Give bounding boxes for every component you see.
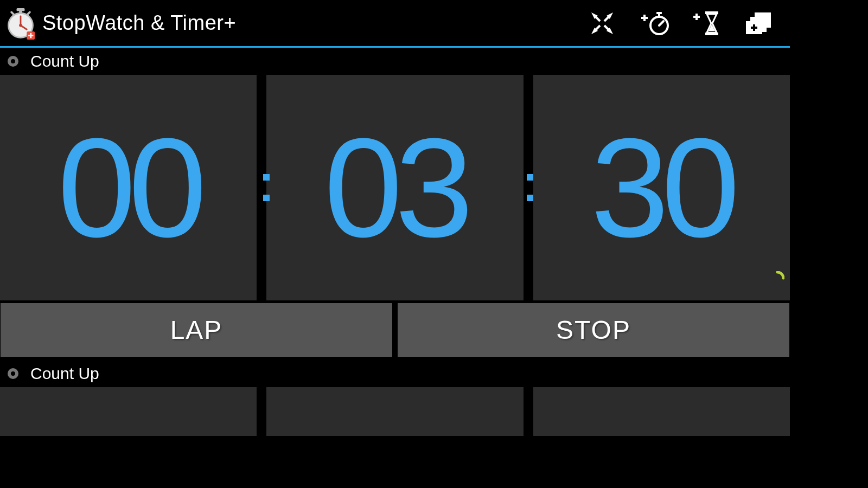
hours-panel[interactable]: 00: [0, 75, 257, 300]
time-display: 00 03 30: [0, 75, 790, 300]
add-panel-button[interactable]: [732, 0, 784, 47]
add-stopwatch-button[interactable]: [628, 0, 680, 47]
time-display: [0, 387, 790, 436]
add-stopwatch-icon: [638, 10, 671, 36]
svg-rect-33: [762, 17, 767, 32]
minutes-panel[interactable]: [266, 387, 523, 436]
svg-line-16: [604, 16, 610, 21]
controls-row: LAP STOP: [0, 300, 790, 357]
hours-panel[interactable]: [0, 387, 257, 436]
action-bar: StopWatch & Timer+: [0, 0, 790, 48]
radio-icon: [8, 368, 18, 379]
seconds-panel[interactable]: [533, 387, 790, 436]
svg-line-24: [659, 21, 663, 25]
svg-rect-10: [28, 35, 33, 36]
svg-rect-31: [767, 12, 771, 28]
timer-header[interactable]: Count Up: [0, 360, 790, 387]
running-indicator-icon: [770, 271, 784, 285]
timer-label: Count Up: [30, 364, 99, 383]
colon-separator: [262, 174, 271, 201]
stop-button[interactable]: STOP: [398, 303, 789, 357]
add-timer-button[interactable]: [680, 0, 732, 47]
radio-icon: [8, 56, 18, 67]
app-title: StopWatch & Timer+: [42, 11, 236, 35]
lap-button[interactable]: LAP: [1, 303, 392, 357]
svg-line-17: [595, 25, 600, 31]
app-icon: [3, 6, 38, 41]
minutes-value: 03: [324, 117, 465, 258]
svg-line-18: [604, 25, 610, 31]
add-hourglass-icon: [690, 9, 723, 37]
hours-value: 00: [58, 117, 199, 258]
timer-header[interactable]: Count Up: [0, 48, 790, 75]
collapse-icon: [589, 10, 615, 36]
seconds-value: 30: [591, 117, 732, 258]
minutes-panel[interactable]: 03: [266, 75, 523, 300]
collapse-button[interactable]: [576, 0, 628, 47]
colon-separator: [526, 174, 534, 201]
svg-line-15: [595, 16, 600, 21]
svg-point-7: [19, 23, 22, 27]
add-panel-icon: [744, 10, 773, 36]
seconds-panel[interactable]: 30: [533, 75, 790, 300]
timer-label: Count Up: [30, 52, 99, 70]
